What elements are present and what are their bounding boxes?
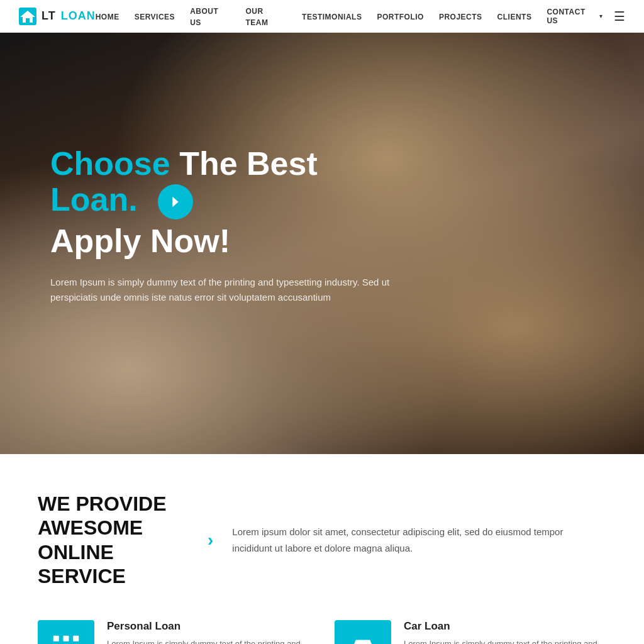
personal-loan-description: Lorem Ipsum is simply dummy text of the … <box>107 638 309 644</box>
hero-arrow-button[interactable] <box>158 184 193 219</box>
hero-title-line2: Apply Now! <box>50 223 390 259</box>
chevron-right-icon <box>167 193 184 211</box>
navbar: LT LOAN HOME SERVICES ABOUT US OUR TEAM … <box>0 0 644 33</box>
loan-cards: Personal Loan Lorem Ipsum is simply dumm… <box>38 620 606 644</box>
car-loan-info: Car Loan Lorem Ipsum is simply dummy tex… <box>404 620 606 644</box>
nav-link-projects[interactable]: PROJECTS <box>439 13 482 21</box>
hamburger-icon[interactable]: ☰ <box>614 9 625 24</box>
hero-description: Lorem Ipsum is simply dummy text of the … <box>50 275 390 305</box>
nav-item-services[interactable]: SERVICES <box>135 11 175 22</box>
nav-link-portfolio[interactable]: PORTFOLIO <box>377 13 424 21</box>
nav-item-testimonials[interactable]: TESTIMONIALS <box>302 11 362 22</box>
nav-item-portfolio[interactable]: PORTFOLIO <box>377 11 424 22</box>
nav-links: HOME SERVICES ABOUT US OUR TEAM TESTIMON… <box>96 5 602 28</box>
car-loan-icon-box <box>335 620 391 644</box>
svg-rect-3 <box>53 635 59 641</box>
hero-section: Choose The Best Loan. Apply Now! Lorem I… <box>0 33 644 454</box>
nav-item-team[interactable]: OUR TEAM <box>245 5 287 28</box>
nav-item-clients[interactable]: CLIENTS <box>497 11 532 22</box>
nav-link-services[interactable]: SERVICES <box>135 13 175 21</box>
logo-lt-text: LT <box>42 9 56 23</box>
personal-loan-info: Personal Loan Lorem Ipsum is simply dumm… <box>107 620 309 644</box>
hero-loan-text: Loan. <box>50 181 138 218</box>
hero-title-line1: Choose The Best Loan. <box>50 146 390 219</box>
car-loan-title: Car Loan <box>404 620 606 633</box>
hero-best-text: The Best <box>179 145 318 182</box>
logo-loan-text: LOAN <box>61 9 96 23</box>
nav-item-contact[interactable]: CONTACT US ▾ <box>547 8 602 25</box>
nav-link-testimonials[interactable]: TESTIMONIALS <box>302 13 362 21</box>
building-icon <box>49 631 83 644</box>
svg-rect-2 <box>26 18 30 23</box>
services-top: WE PROVIDE AWESOME ONLINE SERVICE › Lore… <box>38 492 606 589</box>
hero-content: Choose The Best Loan. Apply Now! Lorem I… <box>0 33 440 343</box>
loan-card-personal: Personal Loan Lorem Ipsum is simply dumm… <box>38 620 309 644</box>
car-loan-description: Lorem Ipsum is simply dummy text of the … <box>404 638 606 644</box>
logo-icon <box>19 8 36 25</box>
svg-rect-4 <box>64 635 69 641</box>
services-arrow-icon: › <box>208 530 213 550</box>
nav-link-home[interactable]: HOME <box>96 13 119 21</box>
nav-link-contact[interactable]: CONTACT US <box>547 8 597 25</box>
chevron-down-icon: ▾ <box>599 13 602 19</box>
hero-choose-text: Choose <box>50 145 170 182</box>
nav-link-team[interactable]: OUR TEAM <box>245 7 268 27</box>
personal-loan-icon-box <box>38 620 94 644</box>
nav-item-home[interactable]: HOME <box>96 11 119 22</box>
car-icon <box>346 631 380 644</box>
services-section: WE PROVIDE AWESOME ONLINE SERVICE › Lore… <box>0 454 644 644</box>
nav-item-projects[interactable]: PROJECTS <box>439 11 482 22</box>
nav-link-about[interactable]: ABOUT US <box>190 7 218 27</box>
personal-loan-title: Personal Loan <box>107 620 309 633</box>
services-heading: WE PROVIDE AWESOME ONLINE SERVICE <box>38 492 189 589</box>
svg-rect-5 <box>73 635 79 641</box>
nav-item-about[interactable]: ABOUT US <box>190 5 230 28</box>
services-description: Lorem ipsum dolor sit amet, consectetur … <box>232 524 584 556</box>
loan-card-car: Car Loan Lorem Ipsum is simply dummy tex… <box>335 620 606 644</box>
nav-link-clients[interactable]: CLIENTS <box>497 13 532 21</box>
logo[interactable]: LT LOAN <box>19 8 96 25</box>
